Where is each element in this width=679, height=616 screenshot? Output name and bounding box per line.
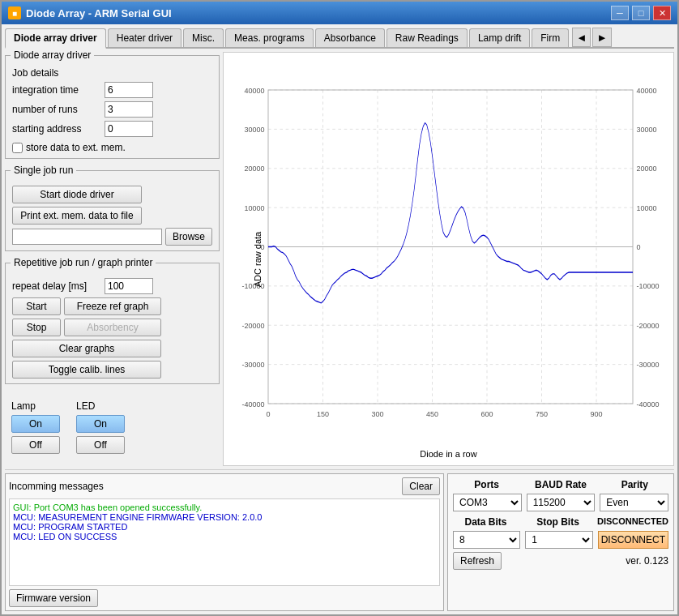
toggle-calib-button[interactable]: Toggle calib. lines: [12, 361, 161, 379]
app-icon: ■: [8, 6, 21, 19]
lamp-on-button[interactable]: On: [11, 415, 60, 433]
tab-meas[interactable]: Meas. programs: [225, 28, 314, 47]
firmware-btn-row: Firmware version: [9, 589, 440, 607]
x-axis-label: Diode in a row: [420, 449, 476, 459]
starting-address-input[interactable]: [105, 121, 153, 137]
lamp-led-section: Lamp On Off LED On Off: [5, 396, 220, 459]
disconnect-col: DISCONNECT: [598, 531, 668, 549]
tab-scroll-right[interactable]: ►: [592, 28, 611, 47]
clear-button[interactable]: Clear: [402, 477, 440, 495]
firmware-version-button[interactable]: Firmware version: [9, 589, 98, 607]
main-area: Diode array driver Job details integrati…: [5, 49, 674, 469]
svg-text:10000: 10000: [244, 204, 264, 212]
start-stop-row: Start Freeze ref graph: [12, 297, 212, 315]
databits-col-label: Data Bits: [453, 516, 519, 528]
title-controls: ─ □ ✕: [611, 6, 671, 20]
svg-text:20000: 20000: [244, 165, 264, 173]
absorbency-button[interactable]: Absorbency: [64, 319, 161, 336]
svg-text:450: 450: [426, 410, 438, 418]
disconnect-button[interactable]: DISCONNECT: [598, 531, 668, 549]
tab-heater[interactable]: Heater driver: [108, 28, 181, 47]
baud-select-col: 115200: [527, 494, 596, 511]
svg-text:30000: 30000: [244, 126, 264, 134]
databits-select-col: 8: [453, 531, 520, 549]
svg-text:20000: 20000: [637, 165, 657, 173]
repeat-delay-row: repeat delay [ms]: [12, 278, 212, 294]
messages-header: Incomming messages Clear: [9, 477, 440, 495]
svg-text:40000: 40000: [637, 87, 657, 95]
baud-select[interactable]: 115200: [527, 494, 596, 511]
tab-scroll-left[interactable]: ◄: [572, 28, 591, 47]
refresh-button[interactable]: Refresh: [453, 552, 502, 570]
main-window: ■ Diode Array - ARM Serial GUI ─ □ ✕ Dio…: [0, 0, 679, 616]
led-on-button[interactable]: On: [76, 415, 125, 433]
svg-text:-40000: -40000: [241, 400, 264, 409]
svg-text:-10000: -10000: [637, 282, 660, 290]
single-job-title: Single job run: [11, 165, 76, 176]
led-off-button[interactable]: Off: [76, 436, 125, 454]
tab-misc[interactable]: Misc.: [183, 28, 224, 47]
svg-text:600: 600: [480, 410, 493, 418]
port-select[interactable]: COM3: [453, 494, 522, 511]
msg-line-1: MCU: MEASUREMENT ENGINE FIRMWARE VERSION…: [13, 512, 436, 522]
parity-select[interactable]: Even: [600, 494, 668, 511]
toggle-calib-row: Toggle calib. lines: [12, 361, 212, 379]
tab-diode[interactable]: Diode array driver: [5, 28, 106, 49]
repeat-delay-label: repeat delay [ms]: [12, 280, 101, 292]
tab-absorbance[interactable]: Absorbance: [315, 28, 385, 47]
window-title: Diode Array - ARM Serial GUI: [26, 7, 172, 19]
start-button[interactable]: Start: [12, 297, 61, 315]
bottom-section: Incomming messages Clear GUI: Port COM3 …: [5, 469, 674, 611]
clear-graphs-button[interactable]: Clear graphs: [12, 340, 161, 357]
tab-rawreadings[interactable]: Raw Readings: [386, 28, 468, 47]
starting-address-label: starting address: [12, 123, 101, 135]
num-runs-input[interactable]: [105, 101, 153, 118]
start-diode-button[interactable]: Start diode driver: [12, 186, 142, 203]
y-axis-label: ADC raw data: [253, 231, 263, 286]
integration-time-input[interactable]: [105, 82, 153, 98]
svg-text:750: 750: [536, 410, 548, 418]
databits-select[interactable]: 8: [453, 531, 520, 549]
repeat-delay-input[interactable]: [105, 278, 153, 294]
version-label: ver. 0.123: [626, 555, 668, 567]
svg-text:150: 150: [317, 410, 329, 418]
msg-line-2: MCU: PROGRAM STARTED: [13, 522, 436, 532]
store-data-label: store data to ext. mem.: [26, 142, 126, 153]
lamp-off-button[interactable]: Off: [11, 436, 60, 454]
svg-text:40000: 40000: [244, 87, 264, 95]
print-ext-mem-button[interactable]: Print ext. mem. data to file: [12, 207, 142, 225]
chart-container: 40000 30000 20000 10000 0 -10000 -20000 …: [223, 52, 674, 466]
diode-driver-title: Diode array driver: [11, 49, 94, 61]
close-button[interactable]: ✕: [653, 6, 671, 20]
svg-text:10000: 10000: [637, 204, 657, 212]
svg-text:30000: 30000: [637, 126, 657, 134]
svg-text:0: 0: [637, 243, 641, 251]
stopbits-col-label: Stop Bits: [525, 516, 591, 528]
freeze-ref-button[interactable]: Freeze ref graph: [64, 297, 161, 315]
num-runs-row: number of runs: [12, 101, 212, 118]
stopbits-select[interactable]: 1: [525, 531, 592, 549]
repjob-group: Repetitive job run / graph printer repea…: [5, 263, 220, 384]
ports-col-label: Ports: [453, 479, 520, 490]
stop-button[interactable]: Stop: [12, 319, 61, 336]
maximize-button[interactable]: □: [632, 6, 650, 20]
svg-text:-20000: -20000: [241, 322, 264, 330]
store-data-checkbox[interactable]: [12, 143, 23, 153]
file-path-input[interactable]: [12, 229, 162, 245]
svg-text:-30000: -30000: [637, 361, 660, 369]
browse-button[interactable]: Browse: [165, 228, 212, 246]
tab-lampdrift[interactable]: Lamp drift: [469, 28, 530, 47]
store-data-row: store data to ext. mem.: [12, 142, 212, 153]
content-area: Diode array driver Heater driver Misc. M…: [2, 24, 677, 614]
job-details-label: Job details: [12, 67, 212, 79]
svg-text:-20000: -20000: [637, 322, 660, 330]
left-panel: Diode array driver Job details integrati…: [5, 52, 220, 466]
title-bar-left: ■ Diode Array - ARM Serial GUI: [8, 6, 172, 19]
diode-driver-group: Diode array driver Job details integrati…: [5, 55, 220, 159]
minimize-button[interactable]: ─: [611, 6, 629, 20]
ports-bottom-row: 8 1 DISCONNECT: [453, 531, 668, 549]
version-row: Refresh ver. 0.123: [453, 552, 668, 570]
title-bar: ■ Diode Array - ARM Serial GUI ─ □ ✕: [2, 2, 677, 24]
msg-line-0: GUI: Port COM3 has been opened successfu…: [13, 503, 436, 512]
tab-firm[interactable]: Firm: [532, 28, 569, 47]
